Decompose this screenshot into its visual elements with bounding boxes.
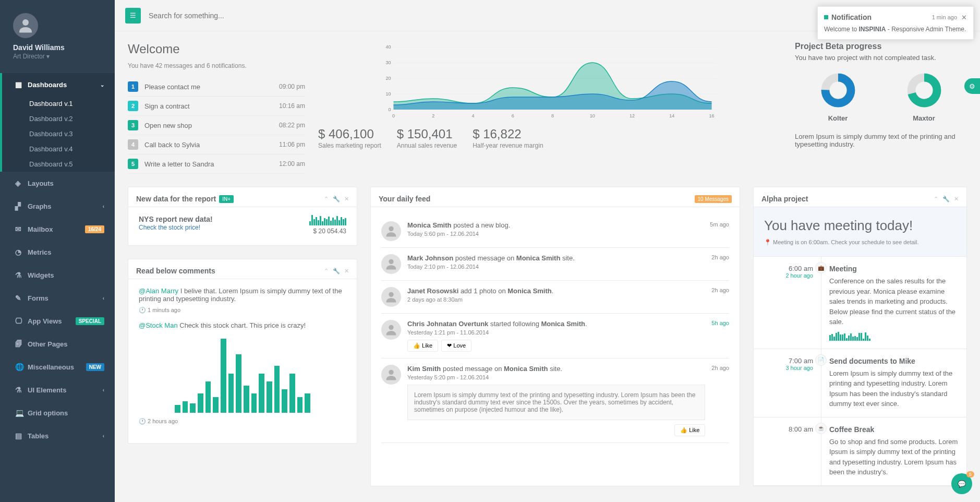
project-panel: Project Beta progress You have two proje… [795, 42, 967, 174]
close-icon[interactable]: ✕ [954, 196, 959, 202]
pin-icon: 📍 [764, 239, 771, 245]
clock-icon: 🕐 [139, 307, 146, 313]
comment: @Alan Marry I belive that. Lorem Ipsum i… [139, 287, 346, 314]
wrench-icon[interactable]: 🔧 [333, 196, 340, 202]
wrench-icon[interactable]: 🔧 [333, 268, 340, 274]
nav-widgets[interactable]: ⚗Widgets [0, 264, 115, 286]
nav-dashboards[interactable]: ▦Dashboards⌄ Dashboard v.1 Dashboard v.2… [0, 73, 115, 172]
avatar [381, 221, 401, 241]
svg-text:40: 40 [385, 44, 391, 50]
welcome-title: Welcome [128, 42, 305, 56]
timeline-item: 💼6:00 am2 hour ago MeetingConference on … [754, 257, 966, 349]
search-input[interactable] [141, 6, 899, 25]
todo-list: 1Please contact me09:00 pm 2Sign a contr… [128, 77, 305, 174]
avatar [381, 365, 401, 385]
comments-ibox: Read below comments ⌃🔧✕ @Alan Marry I be… [128, 259, 357, 444]
nav-appviews[interactable]: 🖵App ViewsSPECIAL [0, 309, 115, 332]
svg-text:20: 20 [385, 76, 391, 81]
close-icon[interactable]: ✕ [344, 268, 349, 274]
status-dot-icon [824, 15, 828, 19]
timeline-icon: 📄 [815, 354, 827, 366]
laptop-icon: 💻 [15, 409, 23, 417]
svg-point-28 [389, 370, 393, 375]
project-title: Project Beta progress [795, 42, 967, 51]
close-icon[interactable]: ✕ [961, 14, 967, 21]
todo-item[interactable]: 3Open new shop08:22 pm [128, 116, 305, 135]
chevron-left-icon: ‹ [103, 433, 104, 439]
nav-grid[interactable]: 💻Grid options [0, 401, 115, 424]
comment: @Stock Man Check this stock chart. This … [139, 321, 346, 425]
nav-graphs[interactable]: ▞Graphs‹ [0, 195, 115, 218]
welcome-panel: Welcome You have 42 messages and 6 notif… [128, 42, 305, 174]
profile-block: David Williams Art Director ▾ [0, 0, 115, 73]
hamburger-button[interactable]: ☰ [125, 8, 141, 23]
stock-link[interactable]: Check the stock price! [139, 224, 200, 231]
todo-item[interactable]: 4Call back to Sylvia11:06 pm [128, 135, 305, 154]
avatar[interactable] [13, 13, 38, 38]
project-subtitle: You have two project with not compleated… [795, 54, 967, 62]
subnav-dashboard-v5[interactable]: Dashboard v.5 [2, 157, 115, 172]
table-icon: ▤ [15, 432, 23, 440]
subnav-dashboard-v4[interactable]: Dashboard v.4 [2, 141, 115, 157]
alpha-hero-sub: 📍 Meeting is on 6:00am. Check your sched… [764, 239, 919, 245]
love-button[interactable]: ❤ Love [441, 340, 471, 352]
todo-item[interactable]: 2Sign a contract10:16 am [128, 97, 305, 116]
chevron-up-icon[interactable]: ⌃ [934, 196, 938, 202]
svg-text:8: 8 [551, 113, 554, 118]
mention-link[interactable]: @Stock Man [139, 321, 178, 329]
like-button[interactable]: 👍 Like [407, 340, 438, 352]
todo-item[interactable]: 1Please contact me09:00 pm [128, 77, 305, 97]
donut-maxtor: Maxtor [906, 72, 942, 122]
grid-icon: ▦ [15, 80, 23, 89]
svg-point-26 [389, 292, 393, 297]
nav-tables[interactable]: ▤Tables‹ [0, 424, 115, 447]
alpha-ibox: Alpha project ⌃🔧✕ You have meeting today… [753, 187, 967, 486]
alpha-hero-title: You have meeting today! [764, 218, 956, 234]
chevron-up-icon[interactable]: ⌃ [324, 196, 329, 202]
chevron-down-icon: ⌄ [100, 82, 104, 88]
nav-uielements[interactable]: ⚗UI Elements‹ [0, 378, 115, 401]
svg-text:14: 14 [669, 113, 674, 118]
feed-item: Janet Rosowski add 1 photo on Monica Smi… [381, 281, 729, 314]
feed-item: Mark Johnson posted message on Monica Sm… [381, 248, 729, 281]
feed-item: Kim Smith posted message on Monica Smith… [381, 358, 729, 443]
todo-item[interactable]: 5Write a letter to Sandra12:00 am [128, 154, 305, 174]
chevron-up-icon[interactable]: ⌃ [324, 268, 329, 274]
sparkline [829, 331, 959, 341]
timeline-icon: ☕ [815, 423, 827, 434]
nav-metrics[interactable]: ◔Metrics [0, 241, 115, 264]
mention-link[interactable]: @Alan Marry [139, 287, 178, 295]
svg-text:2: 2 [432, 113, 434, 118]
subnav-dashboard-v3[interactable]: Dashboard v.3 [2, 126, 115, 141]
svg-text:10: 10 [590, 113, 595, 118]
chat-icon: 💬 [958, 480, 966, 488]
theme-config-button[interactable]: ⚙ [964, 78, 980, 94]
nav-misc[interactable]: 🌐MiscellaneousNEW [0, 355, 115, 378]
chat-fab[interactable]: 💬5 [951, 473, 972, 494]
wrench-icon[interactable]: 🔧 [942, 196, 950, 202]
svg-point-25 [389, 259, 393, 264]
chevron-left-icon: ‹ [103, 387, 104, 393]
timeline-icon: 💼 [815, 262, 827, 273]
subnav-dashboard-v2[interactable]: Dashboard v.2 [2, 111, 115, 126]
profile-name: David Williams [13, 43, 102, 52]
globe-icon: 🌐 [15, 363, 23, 371]
feed-item: Monica Smith posted a new blog.Today 5:6… [381, 215, 729, 248]
svg-point-0 [22, 19, 29, 26]
bar-chart [175, 334, 310, 413]
desktop-icon: 🖵 [15, 317, 23, 325]
gear-icon: ⚙ [969, 82, 975, 90]
sidebar: David Williams Art Director ▾ ▦Dashboard… [0, 0, 115, 502]
nav-mailbox[interactable]: ✉Mailbox16/24 [0, 218, 115, 241]
svg-text:6: 6 [512, 113, 514, 118]
profile-role[interactable]: Art Director ▾ [13, 53, 102, 60]
feed-item: Chris Johnatan Overtunk started followin… [381, 314, 729, 358]
nav-layouts[interactable]: ◈Layouts [0, 172, 115, 195]
nav-forms[interactable]: ✎Forms‹ [0, 286, 115, 309]
subnav-dashboard-v1[interactable]: Dashboard v.1 [2, 96, 115, 111]
svg-point-24 [389, 226, 393, 231]
like-button[interactable]: 👍 Like [674, 424, 705, 436]
nav-otherpages[interactable]: 🗐Other Pages [0, 332, 115, 355]
close-icon[interactable]: ✕ [344, 196, 349, 202]
timeline-item: 📄7:00 am3 hour ago Send documents to Mik… [754, 349, 966, 417]
